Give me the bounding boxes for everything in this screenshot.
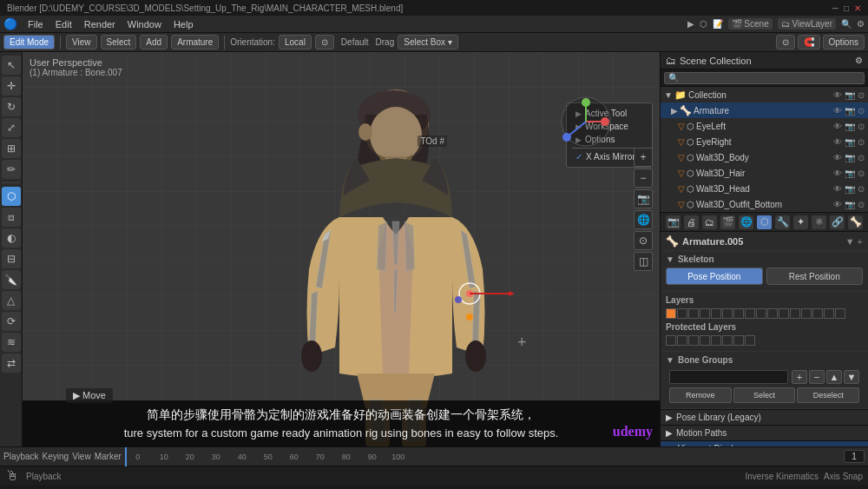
outliner-row-hair[interactable]: ▽ ⬡ Walt3D_Hair 👁📷⊙ <box>661 165 868 181</box>
pose-library-header[interactable]: ▶ Pose Library (Legacy) <box>661 409 868 425</box>
render-preview-btn[interactable]: 🌐 <box>634 210 653 229</box>
outliner-row-eyeleft[interactable]: ▽ ⬡ EyeLeft 👁📷⊙ <box>661 118 868 134</box>
rest-position-btn[interactable]: Rest Position <box>766 268 864 285</box>
remove-btn[interactable]: Remove <box>669 387 732 403</box>
loop-cut-tool[interactable]: ⊟ <box>2 249 21 268</box>
bg-remove-btn[interactable]: − <box>809 370 825 384</box>
playback-label[interactable]: Playback <box>3 452 39 461</box>
cursor-tool[interactable]: ↖ <box>2 56 21 75</box>
annotate-tool[interactable]: ✏ <box>2 160 21 179</box>
current-frame-display[interactable]: 1 <box>844 450 865 463</box>
world-props-btn[interactable]: 🌐 <box>739 215 753 229</box>
prot-layer-1[interactable] <box>666 335 676 346</box>
maximize-btn[interactable]: □ <box>844 3 849 13</box>
physics-props-btn[interactable]: ⚛ <box>812 215 826 229</box>
layer-8[interactable] <box>745 308 755 319</box>
prot-layer-2[interactable] <box>677 335 687 346</box>
layer-15[interactable] <box>824 308 834 319</box>
layer-2[interactable] <box>677 308 687 319</box>
scene-props-btn[interactable]: 🎬 <box>720 215 735 229</box>
view-label[interactable]: View <box>72 452 91 461</box>
knife-tool[interactable]: 🔪 <box>2 270 21 289</box>
layer-6[interactable] <box>722 308 733 319</box>
mode-select[interactable]: Edit Mode <box>3 35 55 50</box>
prot-layer-7[interactable] <box>733 335 744 346</box>
camera-btn[interactable]: 📷 <box>634 189 653 208</box>
layer-14[interactable] <box>812 308 823 319</box>
deselect-btn[interactable]: Deselect <box>797 387 859 403</box>
layer-7[interactable] <box>733 308 744 319</box>
layer-16[interactable] <box>835 308 845 319</box>
prot-layer-8[interactable] <box>745 335 755 346</box>
slide-tool[interactable]: ⇄ <box>2 354 21 373</box>
proportional-btn[interactable]: ⊙ <box>776 35 795 50</box>
layer-4[interactable] <box>700 308 710 319</box>
zoom-in-btn[interactable]: + <box>634 148 653 167</box>
particles-props-btn[interactable]: ✦ <box>793 215 808 229</box>
transform-tool[interactable]: ⊞ <box>2 139 21 158</box>
snap-btn[interactable]: 🧲 <box>798 35 820 50</box>
inset-tool[interactable]: ⧈ <box>2 208 21 227</box>
browse-armature-btn[interactable]: ▼ <box>845 236 855 247</box>
outliner-search-input[interactable] <box>664 72 865 84</box>
layer-11[interactable] <box>779 308 789 319</box>
prefs-icon[interactable]: ⚙ <box>857 19 865 29</box>
outliner-row-body[interactable]: ▽ ⬡ Walt3D_Body 👁📷⊙ <box>661 149 868 165</box>
smooth-tool[interactable]: ≋ <box>2 333 21 352</box>
data-props-btn[interactable]: 🦴 <box>848 215 863 229</box>
constraints-btn[interactable]: 🔗 <box>830 215 845 229</box>
poly-build-tool[interactable]: △ <box>2 291 21 310</box>
layer-9[interactable] <box>756 308 766 319</box>
render-props-btn[interactable]: 📷 <box>666 215 681 229</box>
view-layer-props-btn[interactable]: 🗂 <box>702 215 717 229</box>
object-props-btn[interactable]: ⬡ <box>757 215 772 229</box>
prot-layer-6[interactable] <box>722 335 733 346</box>
bevel-tool[interactable]: ◐ <box>2 228 21 248</box>
modifier-props-btn[interactable]: 🔧 <box>775 215 790 229</box>
select-box-btn[interactable]: Select Box ▾ <box>398 35 458 50</box>
compositor-icon[interactable]: ⬡ <box>700 19 707 29</box>
prot-layer-5[interactable] <box>711 335 721 346</box>
scripting-icon[interactable]: 📝 <box>713 19 723 29</box>
layer-13[interactable] <box>801 308 812 319</box>
viewport-display-header[interactable]: ▼ Viewport Display <box>661 440 868 446</box>
prot-layer-4[interactable] <box>700 335 710 346</box>
menu-edit[interactable]: Edit <box>50 18 77 30</box>
menu-render[interactable]: Render <box>79 18 121 30</box>
outliner-filter-icon[interactable]: ⚙ <box>855 56 863 65</box>
layer-3[interactable] <box>688 308 699 319</box>
keying-label[interactable]: Keying <box>43 452 69 461</box>
outliner-row-outfit-bottom[interactable]: ▽ ⬡ Walt3D_Outfit_Bottom 👁📷⊙ <box>661 196 868 212</box>
outliner-row-collection[interactable]: ▼ 📁 Collection 👁 📷 ⊙ <box>661 87 868 102</box>
bg-move-up-btn[interactable]: ▲ <box>826 370 842 384</box>
bone-group-dropdown[interactable] <box>669 370 788 384</box>
zoom-out-btn[interactable]: − <box>634 169 653 188</box>
scale-tool[interactable]: ⤢ <box>2 118 21 137</box>
view-menu[interactable]: View <box>66 35 97 50</box>
viewport[interactable]: User Perspective (1) Armature : Bone.007… <box>23 52 660 446</box>
output-props-btn[interactable]: 🖨 <box>684 215 699 229</box>
menu-file[interactable]: File <box>23 18 49 30</box>
render-icon[interactable]: ▶ <box>687 19 694 29</box>
viewport-gizmo[interactable]: X Y Z <box>560 96 612 148</box>
scene-dropdown[interactable]: 🎬 Scene <box>728 18 773 30</box>
layer-10[interactable] <box>767 308 778 319</box>
viewlayer-dropdown[interactable]: 🗂 ViewLayer <box>778 18 836 30</box>
layer-1[interactable] <box>666 308 676 319</box>
outliner-row-eyeright[interactable]: ▽ ⬡ EyeRight 👁📷⊙ <box>661 134 868 149</box>
layer-5[interactable] <box>711 308 721 319</box>
skeleton-arrow[interactable]: ▼ <box>666 254 674 264</box>
menu-help[interactable]: Help <box>168 18 199 30</box>
outliner-row-armature[interactable]: ▶ 🦴 Armature 👁 📷 ⊙ <box>661 102 868 118</box>
bone-groups-arrow[interactable]: ▼ <box>666 355 674 365</box>
show-overlay-btn[interactable]: ⊙ <box>634 231 653 250</box>
bg-add-btn[interactable]: + <box>792 370 807 384</box>
orientation-select[interactable]: Local <box>279 35 312 50</box>
pose-position-btn[interactable]: Pose Position <box>666 268 763 285</box>
motion-paths-header[interactable]: ▶ Motion Paths <box>661 425 868 440</box>
move-tool[interactable]: ✛ <box>2 76 21 96</box>
add-menu[interactable]: Add <box>140 35 168 50</box>
status-playback[interactable]: Playback <box>26 472 62 481</box>
bg-move-down-btn[interactable]: ▼ <box>844 370 859 384</box>
minimize-btn[interactable]: ─ <box>832 3 838 13</box>
